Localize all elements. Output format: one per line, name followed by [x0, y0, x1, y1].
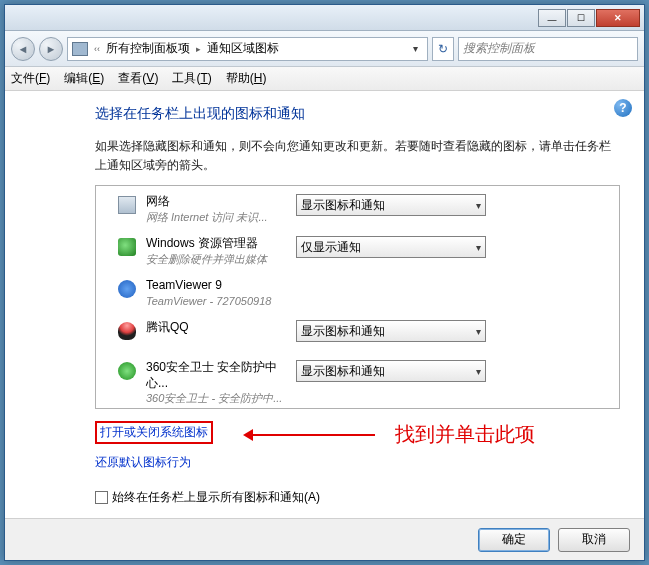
page-title: 选择在任务栏上出现的图标和通知 [95, 105, 620, 123]
checkbox-label: 始终在任务栏上显示所有图标和通知(A) [112, 489, 320, 506]
menu-view[interactable]: 查看(V) [118, 70, 158, 87]
page-description: 如果选择隐藏图标和通知，则不会向您通知更改和更新。若要随时查看隐藏的图标，请单击… [95, 137, 620, 175]
list-item: 网络 网络 Internet 访问 未识... 显示图标和通知 [96, 186, 619, 228]
refresh-button[interactable]: ↻ [432, 37, 454, 61]
close-button[interactable] [596, 9, 640, 27]
system-icons-link[interactable]: 打开或关闭系统图标 [95, 421, 213, 444]
annotation-text: 找到并单击此项 [395, 421, 535, 448]
address-bar[interactable]: ‹‹ 所有控制面板项 ▸ 通知区域图标 ▾ [67, 37, 428, 61]
menu-edit[interactable]: 编辑(E) [64, 70, 104, 87]
help-icon[interactable]: ? [614, 99, 632, 117]
control-panel-icon [72, 42, 88, 56]
chevron-right-icon: ▸ [196, 44, 201, 54]
item-subtitle: 360安全卫士 - 安全防护中... [146, 391, 296, 405]
titlebar [5, 5, 644, 31]
search-placeholder: 搜索控制面板 [463, 40, 535, 57]
navbar: ◄ ► ‹‹ 所有控制面板项 ▸ 通知区域图标 ▾ ↻ 搜索控制面板 [5, 31, 644, 67]
item-title: 腾讯QQ [146, 320, 296, 336]
address-dropdown-icon[interactable]: ▾ [407, 43, 423, 54]
item-title: TeamViewer 9 [146, 278, 296, 294]
eject-icon [118, 238, 136, 256]
menubar: 文件(F) 编辑(E) 查看(V) 工具(T) 帮助(H) [5, 67, 644, 91]
behavior-dropdown[interactable]: 显示图标和通知 [296, 194, 486, 216]
list-item: Windows 资源管理器 安全删除硬件并弹出媒体 仅显示通知 [96, 228, 619, 270]
item-title: 网络 [146, 194, 296, 210]
behavior-dropdown[interactable]: 显示图标和通知 [296, 360, 486, 382]
item-subtitle: 安全删除硬件并弹出媒体 [146, 252, 296, 266]
breadcrumb-item[interactable]: 通知区域图标 [207, 40, 279, 57]
360-icon [118, 362, 136, 380]
back-button[interactable]: ◄ [11, 37, 35, 61]
control-panel-window: ◄ ► ‹‹ 所有控制面板项 ▸ 通知区域图标 ▾ ↻ 搜索控制面板 文件(F)… [4, 4, 645, 561]
item-subtitle: TeamViewer - 727050918 [146, 294, 296, 308]
always-show-row: 始终在任务栏上显示所有图标和通知(A) [95, 489, 620, 506]
arrow-icon [245, 434, 375, 436]
list-item: 腾讯QQ 显示图标和通知 [96, 312, 619, 352]
network-icon [118, 196, 136, 214]
always-show-checkbox[interactable] [95, 491, 108, 504]
search-input[interactable]: 搜索控制面板 [458, 37, 638, 61]
content-area: ? 选择在任务栏上出现的图标和通知 如果选择隐藏图标和通知，则不会向您通知更改和… [5, 91, 644, 516]
annotation: 找到并单击此项 [245, 421, 535, 448]
forward-button[interactable]: ► [39, 37, 63, 61]
menu-help[interactable]: 帮助(H) [226, 70, 267, 87]
icons-list: 网络 网络 Internet 访问 未识... 显示图标和通知 Windows … [95, 185, 620, 409]
list-item: TeamViewer 9 TeamViewer - 727050918 [96, 270, 619, 312]
restore-defaults-link[interactable]: 还原默认图标行为 [95, 454, 191, 471]
menu-file[interactable]: 文件(F) [11, 70, 50, 87]
maximize-button[interactable] [567, 9, 595, 27]
footer: 确定 取消 [5, 518, 644, 560]
cancel-button[interactable]: 取消 [558, 528, 630, 552]
item-subtitle: 网络 Internet 访问 未识... [146, 210, 296, 224]
behavior-dropdown[interactable]: 显示图标和通知 [296, 320, 486, 342]
behavior-dropdown[interactable]: 仅显示通知 [296, 236, 486, 258]
item-title: Windows 资源管理器 [146, 236, 296, 252]
list-item: 360安全卫士 安全防护中心... 360安全卫士 - 安全防护中... 显示图… [96, 352, 619, 409]
minimize-button[interactable] [538, 9, 566, 27]
crumb-sep-icon: ‹‹ [94, 44, 100, 54]
breadcrumb-item[interactable]: 所有控制面板项 [106, 40, 190, 57]
ok-button[interactable]: 确定 [478, 528, 550, 552]
links-section: 打开或关闭系统图标 找到并单击此项 还原默认图标行为 [95, 421, 620, 481]
menu-tools[interactable]: 工具(T) [172, 70, 211, 87]
qq-icon [118, 322, 136, 340]
item-title: 360安全卫士 安全防护中心... [146, 360, 296, 391]
teamviewer-icon [118, 280, 136, 298]
